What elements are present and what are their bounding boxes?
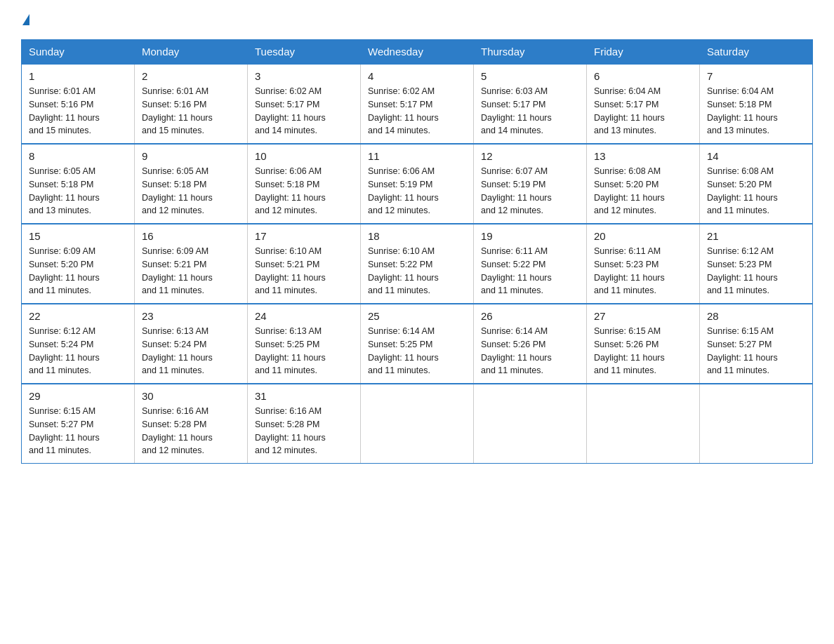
day-number: 28 [707,310,805,322]
day-info: Sunrise: 6:15 AMSunset: 5:27 PMDaylight:… [707,325,805,377]
calendar-day-cell [474,384,587,464]
day-number: 21 [707,230,805,242]
calendar-day-cell: 22 Sunrise: 6:12 AMSunset: 5:24 PMDaylig… [22,304,135,384]
day-info: Sunrise: 6:11 AMSunset: 5:22 PMDaylight:… [481,245,579,297]
day-info: Sunrise: 6:03 AMSunset: 5:17 PMDaylight:… [481,85,579,137]
day-number: 13 [594,150,692,162]
day-number: 19 [481,230,579,242]
calendar-day-cell: 5 Sunrise: 6:03 AMSunset: 5:17 PMDayligh… [474,64,587,144]
calendar-week-row: 8 Sunrise: 6:05 AMSunset: 5:18 PMDayligh… [22,144,813,224]
day-info: Sunrise: 6:10 AMSunset: 5:21 PMDaylight:… [255,245,353,297]
day-info: Sunrise: 6:02 AMSunset: 5:17 PMDaylight:… [255,85,353,137]
day-number: 17 [255,230,353,242]
day-info: Sunrise: 6:09 AMSunset: 5:21 PMDaylight:… [142,245,240,297]
day-number: 16 [142,230,240,242]
day-of-week-header: Monday [135,40,248,65]
day-number: 6 [594,70,692,82]
day-info: Sunrise: 6:05 AMSunset: 5:18 PMDaylight:… [142,165,240,217]
day-number: 4 [368,70,466,82]
day-of-week-header: Sunday [22,40,135,65]
day-info: Sunrise: 6:01 AMSunset: 5:16 PMDaylight:… [29,85,127,137]
calendar-day-cell: 13 Sunrise: 6:08 AMSunset: 5:20 PMDaylig… [587,144,700,224]
calendar-day-cell: 18 Sunrise: 6:10 AMSunset: 5:22 PMDaylig… [361,224,474,304]
calendar-day-cell: 27 Sunrise: 6:15 AMSunset: 5:26 PMDaylig… [587,304,700,384]
calendar-day-cell: 16 Sunrise: 6:09 AMSunset: 5:21 PMDaylig… [135,224,248,304]
day-info: Sunrise: 6:02 AMSunset: 5:17 PMDaylight:… [368,85,466,137]
day-info: Sunrise: 6:05 AMSunset: 5:18 PMDaylight:… [29,165,127,217]
day-info: Sunrise: 6:13 AMSunset: 5:24 PMDaylight:… [142,325,240,377]
day-info: Sunrise: 6:06 AMSunset: 5:18 PMDaylight:… [255,165,353,217]
day-info: Sunrise: 6:16 AMSunset: 5:28 PMDaylight:… [142,405,240,457]
calendar-day-cell: 21 Sunrise: 6:12 AMSunset: 5:23 PMDaylig… [700,224,813,304]
day-number: 18 [368,230,466,242]
day-number: 7 [707,70,805,82]
calendar-day-cell: 12 Sunrise: 6:07 AMSunset: 5:19 PMDaylig… [474,144,587,224]
calendar-day-cell: 1 Sunrise: 6:01 AMSunset: 5:16 PMDayligh… [22,64,135,144]
day-of-week-header: Wednesday [361,40,474,65]
calendar-day-cell: 15 Sunrise: 6:09 AMSunset: 5:20 PMDaylig… [22,224,135,304]
calendar-day-cell: 25 Sunrise: 6:14 AMSunset: 5:25 PMDaylig… [361,304,474,384]
day-info: Sunrise: 6:12 AMSunset: 5:24 PMDaylight:… [29,325,127,377]
calendar-day-cell: 26 Sunrise: 6:14 AMSunset: 5:26 PMDaylig… [474,304,587,384]
day-number: 26 [481,310,579,322]
day-info: Sunrise: 6:12 AMSunset: 5:23 PMDaylight:… [707,245,805,297]
calendar-day-cell: 6 Sunrise: 6:04 AMSunset: 5:17 PMDayligh… [587,64,700,144]
calendar-day-cell: 17 Sunrise: 6:10 AMSunset: 5:21 PMDaylig… [248,224,361,304]
day-number: 12 [481,150,579,162]
day-number: 11 [368,150,466,162]
day-info: Sunrise: 6:16 AMSunset: 5:28 PMDaylight:… [255,405,353,457]
calendar-day-cell: 4 Sunrise: 6:02 AMSunset: 5:17 PMDayligh… [361,64,474,144]
calendar-day-cell: 28 Sunrise: 6:15 AMSunset: 5:27 PMDaylig… [700,304,813,384]
calendar-day-cell [700,384,813,464]
calendar-week-row: 29 Sunrise: 6:15 AMSunset: 5:27 PMDaylig… [22,384,813,464]
day-number: 29 [29,390,127,402]
day-number: 3 [255,70,353,82]
calendar-day-cell [587,384,700,464]
day-number: 8 [29,150,127,162]
day-info: Sunrise: 6:07 AMSunset: 5:19 PMDaylight:… [481,165,579,217]
day-number: 5 [481,70,579,82]
calendar-body: 1 Sunrise: 6:01 AMSunset: 5:16 PMDayligh… [22,64,813,464]
calendar-day-cell: 2 Sunrise: 6:01 AMSunset: 5:16 PMDayligh… [135,64,248,144]
day-of-week-header: Tuesday [248,40,361,65]
day-number: 24 [255,310,353,322]
day-number: 10 [255,150,353,162]
day-number: 23 [142,310,240,322]
day-number: 2 [142,70,240,82]
calendar-day-cell: 14 Sunrise: 6:08 AMSunset: 5:20 PMDaylig… [700,144,813,224]
calendar-week-row: 15 Sunrise: 6:09 AMSunset: 5:20 PMDaylig… [22,224,813,304]
day-info: Sunrise: 6:04 AMSunset: 5:17 PMDaylight:… [594,85,692,137]
calendar-week-row: 1 Sunrise: 6:01 AMSunset: 5:16 PMDayligh… [22,64,813,144]
calendar-day-cell: 3 Sunrise: 6:02 AMSunset: 5:17 PMDayligh… [248,64,361,144]
day-info: Sunrise: 6:14 AMSunset: 5:25 PMDaylight:… [368,325,466,377]
day-of-week-header: Saturday [700,40,813,65]
day-of-week-header: Friday [587,40,700,65]
days-of-week-row: SundayMondayTuesdayWednesdayThursdayFrid… [22,40,813,65]
day-info: Sunrise: 6:15 AMSunset: 5:27 PMDaylight:… [29,405,127,457]
calendar-day-cell: 20 Sunrise: 6:11 AMSunset: 5:23 PMDaylig… [587,224,700,304]
calendar-day-cell: 8 Sunrise: 6:05 AMSunset: 5:18 PMDayligh… [22,144,135,224]
day-number: 14 [707,150,805,162]
day-info: Sunrise: 6:01 AMSunset: 5:16 PMDaylight:… [142,85,240,137]
day-info: Sunrise: 6:08 AMSunset: 5:20 PMDaylight:… [594,165,692,217]
day-number: 15 [29,230,127,242]
day-info: Sunrise: 6:14 AMSunset: 5:26 PMDaylight:… [481,325,579,377]
day-number: 30 [142,390,240,402]
calendar-day-cell: 11 Sunrise: 6:06 AMSunset: 5:19 PMDaylig… [361,144,474,224]
day-number: 20 [594,230,692,242]
calendar-day-cell: 19 Sunrise: 6:11 AMSunset: 5:22 PMDaylig… [474,224,587,304]
calendar-day-cell: 7 Sunrise: 6:04 AMSunset: 5:18 PMDayligh… [700,64,813,144]
day-info: Sunrise: 6:06 AMSunset: 5:19 PMDaylight:… [368,165,466,217]
day-info: Sunrise: 6:11 AMSunset: 5:23 PMDaylight:… [594,245,692,297]
day-of-week-header: Thursday [474,40,587,65]
calendar-day-cell: 9 Sunrise: 6:05 AMSunset: 5:18 PMDayligh… [135,144,248,224]
day-info: Sunrise: 6:13 AMSunset: 5:25 PMDaylight:… [255,325,353,377]
day-number: 9 [142,150,240,162]
day-number: 25 [368,310,466,322]
logo [21,14,29,25]
calendar-day-cell: 29 Sunrise: 6:15 AMSunset: 5:27 PMDaylig… [22,384,135,464]
calendar-week-row: 22 Sunrise: 6:12 AMSunset: 5:24 PMDaylig… [22,304,813,384]
calendar-day-cell: 23 Sunrise: 6:13 AMSunset: 5:24 PMDaylig… [135,304,248,384]
calendar-day-cell: 30 Sunrise: 6:16 AMSunset: 5:28 PMDaylig… [135,384,248,464]
day-info: Sunrise: 6:08 AMSunset: 5:20 PMDaylight:… [707,165,805,217]
